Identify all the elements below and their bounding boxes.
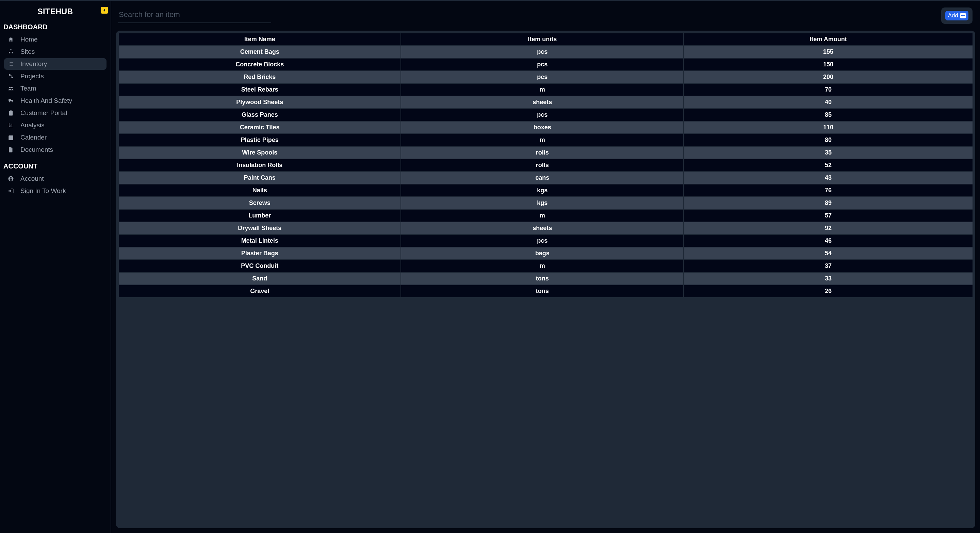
cell-amount: 92 [684,222,972,235]
table-row[interactable]: Glass Panespcs85 [119,109,972,121]
table-row[interactable]: Steel Rebarsm70 [119,84,972,96]
inventory-table: Item Name Item units Item Amount Cement … [119,33,972,298]
cell-amount: 150 [684,59,972,71]
cell-units: m [401,84,684,96]
file-icon [8,146,14,153]
cell-units: pcs [401,235,684,247]
sidebar-item-account[interactable]: Account [4,173,107,185]
table-row[interactable]: Graveltons26 [119,285,972,298]
cell-amount: 80 [684,134,972,147]
table-row[interactable]: Ceramic Tilesboxes110 [119,121,972,134]
table-row[interactable]: Drywall Sheetssheets92 [119,222,972,235]
sidebar-item-label: Home [21,36,38,43]
table-row[interactable]: Nailskgs76 [119,185,972,197]
table-row[interactable]: PVC Conduitm37 [119,260,972,273]
cell-amount: 40 [684,96,972,109]
sidebar-item-label: Sites [21,48,35,56]
cell-amount: 26 [684,285,972,298]
sidebar-item-label: Team [21,85,36,92]
table-row[interactable]: Concrete Blockspcs150 [119,59,972,71]
cell-name: Drywall Sheets [119,222,401,235]
inventory-panel: Item Name Item units Item Amount Cement … [116,31,975,528]
sidebar-item-projects[interactable]: Projects [4,70,107,82]
cell-units: m [401,260,684,273]
add-button-label: Add [948,12,958,19]
sidebar-item-customer-portal[interactable]: Customer Portal [4,107,107,119]
cell-units: tons [401,285,684,298]
users-icon [8,85,14,92]
table-row[interactable]: Plaster Bagsbags54 [119,247,972,260]
table-row[interactable]: Red Brickspcs200 [119,71,972,84]
cell-name: Plaster Bags [119,247,401,260]
brand-row: SITEHUB [3,6,108,17]
table-row[interactable]: Cement Bagspcs155 [119,46,972,59]
sidebar-item-analysis[interactable]: Analysis [4,119,107,131]
cell-name: Lumber [119,210,401,222]
cell-amount: 46 [684,235,972,247]
sidebar-item-health-safety[interactable]: Health And Safety [4,95,107,107]
sidebar-item-inventory[interactable]: Inventory [4,58,107,70]
cell-amount: 70 [684,84,972,96]
col-item-units[interactable]: Item units [401,33,684,46]
search-wrap [118,8,271,23]
cell-amount: 54 [684,247,972,260]
table-header-row: Item Name Item units Item Amount [119,33,972,46]
sidebar-collapse-button[interactable] [101,7,108,14]
cell-units: m [401,134,684,147]
cell-units: sheets [401,96,684,109]
sidebar: SITEHUB DASHBOARDHomeSitesInventoryProje… [0,1,111,533]
sidebar-item-label: Sign In To Work [21,187,66,195]
table-row[interactable]: Metal Lintelspcs46 [119,235,972,247]
cell-amount: 110 [684,121,972,134]
sidebar-item-home[interactable]: Home [4,34,107,45]
cell-units: pcs [401,46,684,59]
cell-units: pcs [401,59,684,71]
search-input[interactable] [118,8,271,23]
cell-amount: 89 [684,197,972,210]
cell-units: sheets [401,222,684,235]
cell-units: bags [401,247,684,260]
col-item-amount[interactable]: Item Amount [684,33,972,46]
diagram-icon [8,73,14,80]
cell-name: Gravel [119,285,401,298]
cell-units: kgs [401,197,684,210]
table-row[interactable]: Plastic Pipesm80 [119,134,972,147]
cell-amount: 155 [684,46,972,59]
cell-name: PVC Conduit [119,260,401,273]
sidebar-item-label: Customer Portal [21,109,67,117]
table-row[interactable]: Sandtons33 [119,273,972,285]
cell-name: Screws [119,197,401,210]
cell-units: boxes [401,121,684,134]
cell-amount: 57 [684,210,972,222]
list-icon [8,60,14,67]
table-row[interactable]: Wire Spoolsrolls35 [119,147,972,159]
cell-units: cans [401,172,684,185]
add-button[interactable]: Add [945,11,969,21]
sidebar-item-label: Analysis [21,121,45,129]
sidebar-item-team[interactable]: Team [4,83,107,94]
section-account-title: ACCOUNT [3,160,108,173]
sidebar-item-sites[interactable]: Sites [4,46,107,57]
sitemap-icon [8,48,14,55]
col-item-name[interactable]: Item Name [119,33,401,46]
cell-units: kgs [401,185,684,197]
nav-group: AccountSign In To Work [3,173,108,197]
calendar-icon [8,134,14,141]
cell-name: Glass Panes [119,109,401,121]
sidebar-item-label: Account [21,175,44,183]
table-row[interactable]: Lumberm57 [119,210,972,222]
table-row[interactable]: Screwskgs89 [119,197,972,210]
cell-amount: 43 [684,172,972,185]
table-row[interactable]: Insulation Rollsrolls52 [119,159,972,172]
table-row[interactable]: Plywood Sheetssheets40 [119,96,972,109]
sidebar-item-documents[interactable]: Documents [4,144,107,156]
cell-name: Insulation Rolls [119,159,401,172]
cell-name: Sand [119,273,401,285]
nav-group: HomeSitesInventoryProjectsTeamHealth And… [3,34,108,156]
cell-units: tons [401,273,684,285]
plus-square-icon [960,13,966,18]
sidebar-item-calender[interactable]: Calender [4,132,107,143]
sidebar-item-signin[interactable]: Sign In To Work [4,185,107,197]
table-row[interactable]: Paint Canscans43 [119,172,972,185]
signin-icon [8,188,14,194]
